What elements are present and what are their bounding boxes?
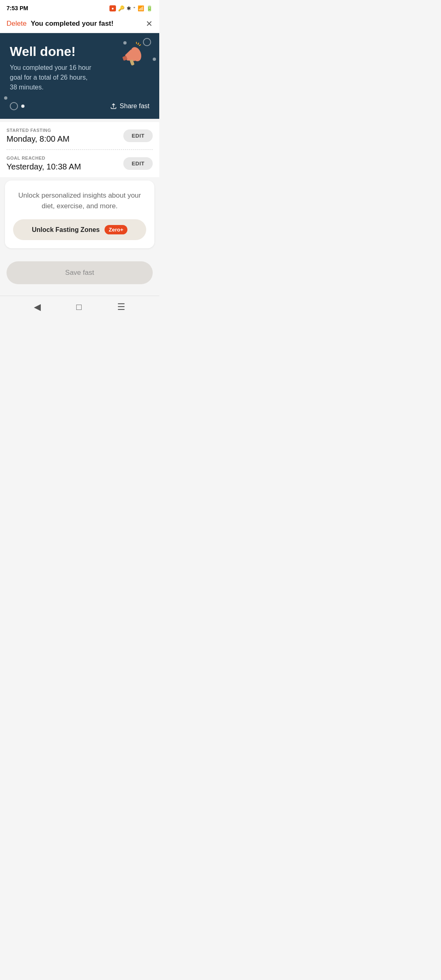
status-bar: 7:53 PM ● 🔑 ✱ ⁺ 📶 🔋	[0, 0, 159, 15]
unlock-fasting-zones-button[interactable]: Unlock Fasting Zones Zero+	[13, 219, 146, 240]
bottom-nav: ◀ □ ☰	[0, 296, 159, 318]
close-button[interactable]: ✕	[146, 20, 153, 28]
pagination-dots	[10, 102, 24, 110]
unlock-text: Unlock personalized insights about your …	[13, 190, 146, 211]
edit-goal-reached-button[interactable]: EDIT	[123, 157, 153, 170]
svg-line-5	[136, 42, 137, 44]
back-icon[interactable]: ◀	[34, 302, 41, 312]
unlock-card: Unlock personalized insights about your …	[5, 180, 154, 248]
save-fast-button[interactable]: Save fast	[7, 261, 153, 284]
bluetooth-icon: ✱	[127, 5, 131, 11]
signal-icon: ⁺	[133, 6, 136, 11]
hero-footer: Share fast	[10, 102, 149, 110]
notification-title: You completed your fast!	[31, 20, 114, 28]
share-icon	[110, 102, 117, 110]
share-fast-button[interactable]: Share fast	[110, 102, 149, 110]
started-fasting-label: STARTED FASTING	[7, 128, 69, 133]
unlock-btn-label: Unlock Fasting Zones	[32, 226, 100, 234]
menu-icon[interactable]: ☰	[117, 302, 125, 312]
hero-subtitle: You completed your 16 hour goal for a to…	[10, 63, 94, 92]
home-icon[interactable]: □	[76, 302, 82, 312]
celebration-icon	[114, 38, 152, 79]
key-icon: 🔑	[118, 5, 125, 11]
started-fasting-value: Monday, 8:00 AM	[7, 134, 69, 144]
info-card: STARTED FASTING Monday, 8:00 AM EDIT GOA…	[0, 122, 159, 177]
content-area: STARTED FASTING Monday, 8:00 AM EDIT GOA…	[0, 122, 159, 318]
edit-started-fasting-button[interactable]: EDIT	[123, 129, 153, 142]
notification-left: Delete You completed your fast!	[7, 20, 114, 28]
share-fast-label: Share fast	[120, 102, 149, 110]
delete-button[interactable]: Delete	[7, 20, 27, 28]
status-time: 7:53 PM	[7, 5, 28, 11]
svg-line-3	[137, 43, 139, 45]
goal-reached-info: GOAL REACHED Yesterday, 10:38 AM	[7, 156, 81, 172]
save-fast-wrap: Save fast	[0, 252, 159, 292]
wifi-icon: 📶	[138, 5, 144, 11]
deco-dot-4	[4, 96, 7, 100]
goal-reached-label: GOAL REACHED	[7, 156, 81, 160]
zero-plus-badge: Zero+	[105, 225, 127, 234]
svg-line-4	[139, 45, 141, 46]
started-fasting-row: STARTED FASTING Monday, 8:00 AM EDIT	[7, 122, 153, 150]
goal-reached-row: GOAL REACHED Yesterday, 10:38 AM EDIT	[7, 150, 153, 177]
hero-banner: Well done! You completed your 16 hour go…	[0, 33, 159, 119]
notification-bar: Delete You completed your fast! ✕	[0, 15, 159, 33]
record-icon: ●	[109, 5, 116, 11]
goal-reached-value: Yesterday, 10:38 AM	[7, 162, 81, 172]
status-icons: ● 🔑 ✱ ⁺ 📶 🔋	[109, 5, 153, 11]
deco-dot-3	[153, 58, 156, 61]
started-fasting-info: STARTED FASTING Monday, 8:00 AM	[7, 128, 69, 144]
pag-circle-1	[10, 102, 18, 110]
pag-dot-active	[21, 105, 24, 108]
battery-icon: 🔋	[146, 5, 153, 11]
